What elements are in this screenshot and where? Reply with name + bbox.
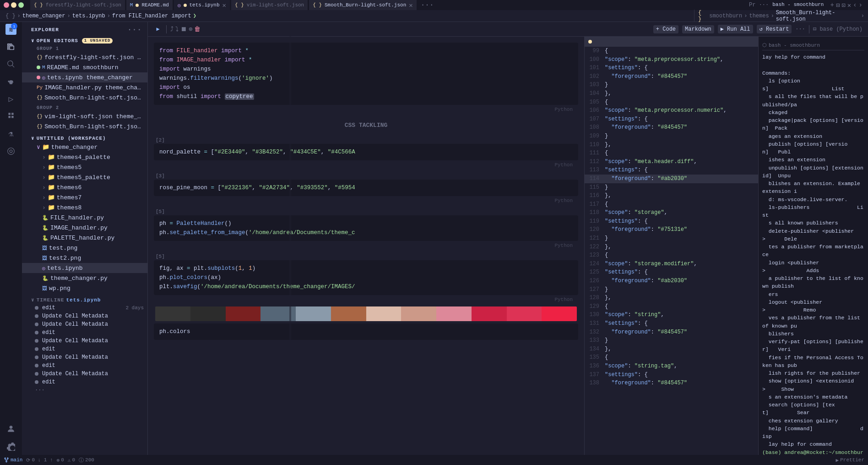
cell-run-icon[interactable]: ▶ xyxy=(153,25,163,34)
tree-themes7[interactable]: › 📁 themes7 xyxy=(22,192,147,202)
nav-back-btn[interactable]: ‹ xyxy=(853,1,857,9)
readme-dot xyxy=(136,4,139,7)
md-icon: M xyxy=(42,65,45,70)
tree-wp[interactable]: 🖼 wp.png xyxy=(22,283,147,293)
terminal-close-btn[interactable]: ✕ xyxy=(847,1,851,9)
tree-theme-changer[interactable]: 🐍 theme_changer.py xyxy=(22,273,147,283)
tree-tets[interactable]: ◎ tets.ipynb xyxy=(22,263,147,273)
term-line-show: show [options] <extensionid> Show xyxy=(762,377,864,393)
tree-themes5[interactable]: › 📁 themes5 xyxy=(22,162,147,172)
tab-forestfly[interactable]: { } forestfly-light-soft.json xyxy=(30,0,125,10)
more-actions-btn[interactable]: ··· xyxy=(795,26,805,33)
sidebar-more-btn[interactable]: ··· xyxy=(127,26,142,34)
timeline-header[interactable]: ∨ TIMELINE tets.ipynb xyxy=(22,295,147,304)
restart-btn[interactable]: ↺ Restart xyxy=(757,25,792,33)
status-warnings[interactable]: ⚠ 0 xyxy=(68,457,75,463)
status-sync[interactable]: ⟳ 0 ↓ 1 ↑ xyxy=(26,457,53,463)
tree-root[interactable]: ∨ 📁 theme_changer xyxy=(22,142,147,152)
delete-cell-icon[interactable]: 🗑 xyxy=(194,26,201,33)
tree-test1[interactable]: 🖼 test.png xyxy=(22,243,147,253)
tree-themes6[interactable]: › 📁 themes6 xyxy=(22,182,147,192)
activity-search-btn[interactable] xyxy=(3,56,19,72)
json-line-117: 117{ xyxy=(585,200,758,209)
tab-vim[interactable]: { } vim-light-soft.json xyxy=(231,0,308,10)
term-line-verify2: fies if the Personal Access Token has pu… xyxy=(762,354,864,370)
tab-label: README.md xyxy=(141,2,168,8)
open-editors-label[interactable]: ∨ OPEN EDITORS 1 UNSAVED xyxy=(22,36,147,44)
tree-themes5p[interactable]: › 📁 themes5_palette xyxy=(22,172,147,182)
maximize-window-btn[interactable] xyxy=(18,2,24,8)
close-window-btn[interactable] xyxy=(4,2,9,8)
add-code-btn[interactable]: + Code xyxy=(653,25,678,33)
activity-remote-btn[interactable] xyxy=(3,143,19,159)
activity-git-btn[interactable] xyxy=(3,73,19,90)
json-active-indicator xyxy=(585,37,758,47)
timeline-item-3: Update Cell Metadata xyxy=(22,320,147,328)
json-icon: {} xyxy=(37,55,43,60)
tab-close-icon2[interactable]: ✕ xyxy=(409,1,412,9)
status-errors[interactable]: ⊗ 0 xyxy=(57,457,64,463)
tree-palette-handler[interactable]: 🐍 PALETTE_handler.py xyxy=(22,233,147,243)
cell-nord-content: nord_palette = ["#2E3440", "#3B4252", "#… xyxy=(154,144,578,160)
open-editor-tets[interactable]: ◎ tets.ipynb theme_changer xyxy=(22,72,147,82)
status-branch[interactable]: main xyxy=(4,457,22,463)
activity-run-btn[interactable]: ▷ xyxy=(3,91,19,107)
clear-icon[interactable]: ⊗ xyxy=(189,25,192,33)
json-line-109: 109} xyxy=(585,132,758,141)
workspace-label[interactable]: ∨ UNTITLED (WORKSPACE) xyxy=(22,133,147,142)
workspace-section: ∨ UNTITLED (WORKSPACE) ∨ 📁 theme_changer… xyxy=(22,133,147,293)
nav-forward-btn[interactable]: › xyxy=(859,1,863,9)
json-line-101: 101"settings": { xyxy=(585,64,758,72)
tree-image-handler[interactable]: 🐍 IMAGE_handler.py xyxy=(22,223,147,233)
run-all-btn[interactable]: ▶ Run All xyxy=(718,25,753,33)
tree-themes4[interactable]: › 📁 themes4_palette xyxy=(22,152,147,162)
activity-account-btn[interactable] xyxy=(3,421,19,438)
tab-close-icon[interactable]: ✕ xyxy=(222,1,226,9)
activity-test-btn[interactable]: ⚗ xyxy=(3,126,19,142)
terminal-max-btn[interactable]: ⊡ xyxy=(841,1,845,9)
open-editor-vim[interactable]: {} vim-light-soft.json theme_chan... xyxy=(22,111,147,121)
app-container: { } forestfly-light-soft.json M README.m… xyxy=(0,0,868,465)
timeline-section: ∨ TIMELINE tets.ipynb edit 2 days Update… xyxy=(22,295,147,394)
status-info[interactable]: ⓘ 200 xyxy=(79,457,94,464)
swatch-12 xyxy=(542,306,577,321)
interrupt-icon[interactable]: ⏹ xyxy=(180,26,187,33)
info-icon: ⓘ xyxy=(79,457,84,464)
timeline-more-btn[interactable]: ··· xyxy=(22,386,147,394)
activity-settings-btn[interactable] xyxy=(3,438,19,455)
status-right: ▶ Prettier xyxy=(836,457,864,463)
tab-smoothburn[interactable]: { } Smooth_Burn-light-soft.json ✕ xyxy=(309,0,417,10)
cell-imports: from FILE_handler import * from IMAGE_ha… xyxy=(152,42,580,115)
open-editor-forestfly[interactable]: {} forestfly-light-soft.json the... xyxy=(22,52,147,62)
activity-explorer-btn[interactable] xyxy=(3,38,19,55)
terminal-split-btn[interactable]: ⊟ xyxy=(836,1,840,9)
info-count: 200 xyxy=(85,457,94,463)
tab-icon-json: { } xyxy=(34,2,43,8)
open-editor-smooth2[interactable]: {} Smooth_Burn-light-soft.json s... xyxy=(22,121,147,131)
term-line-del: delete-publisher <publisher> Dele xyxy=(762,227,864,243)
run-below-icon[interactable]: ⤵ xyxy=(175,26,179,33)
open-editor-image[interactable]: Py IMAGE_handler.py theme_changer xyxy=(22,82,147,93)
tabs-overflow-btn[interactable]: ··· xyxy=(418,1,437,9)
add-markdown-btn[interactable]: Markdown xyxy=(682,25,714,33)
tab-readme[interactable]: M README.md xyxy=(126,0,173,10)
terminal-add-btn[interactable]: + xyxy=(830,1,834,9)
py-file-icon3: 🐍 xyxy=(42,235,49,241)
breadcrumb-arrow4: ❯ xyxy=(193,12,196,19)
json-line-116: 116}, xyxy=(585,191,758,200)
cell-output-5b: Python xyxy=(154,295,578,304)
minimize-window-btn[interactable] xyxy=(11,2,16,8)
timeline-item-8: edit xyxy=(22,361,147,370)
tab-tets[interactable]: ◎ tets.ipynb ✕ xyxy=(174,0,230,10)
json-editor-panel: 99{ 100"scope": "meta.preprocessor.strin… xyxy=(584,37,758,455)
tree-file-handler[interactable]: 🐍 FILE_handler.py xyxy=(22,213,147,223)
tree-test2[interactable]: 🖼 test2.png xyxy=(22,253,147,263)
status-prettier[interactable]: ▶ Prettier xyxy=(836,457,864,463)
tab-label: vim-light-soft.json xyxy=(247,2,304,8)
open-editor-smooth[interactable]: {} Smooth_Burn-light-soft.json s... xyxy=(22,93,147,103)
run-above-icon[interactable]: ⤴ xyxy=(170,26,174,33)
tree-themes8[interactable]: › 📁 themes8 xyxy=(22,202,147,213)
open-editor-readme[interactable]: M README.md smoothburn xyxy=(22,62,147,72)
activity-extensions-btn[interactable] xyxy=(3,108,19,125)
kernel-selector[interactable]: ⊟ base (Python) xyxy=(813,26,863,33)
